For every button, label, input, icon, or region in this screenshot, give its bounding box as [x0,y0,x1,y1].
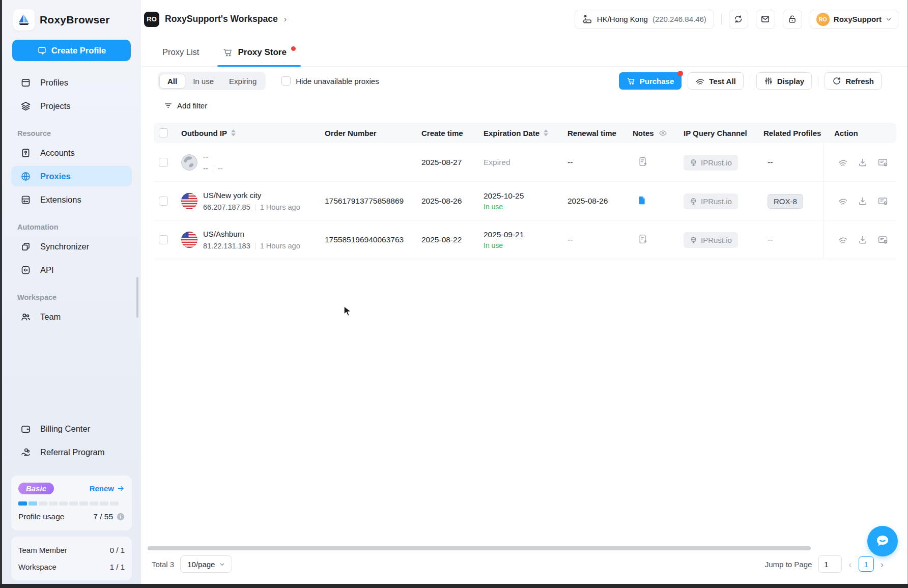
toolbar-buttons: Purchase Test All Display Refresh [619,72,882,90]
renew-card-icon[interactable] [877,196,888,207]
renew-card-icon[interactable] [877,157,888,168]
support-chat-button[interactable] [867,526,898,556]
hide-unavailable-checkbox[interactable] [281,76,291,86]
renew-link[interactable]: Renew [90,484,125,493]
sidebar-item-profiles[interactable]: Profiles [11,72,132,93]
sidebar-item-api[interactable]: API [11,260,132,280]
outbound-ip-cell: -- -- -- [173,152,325,173]
download-icon[interactable] [858,196,868,206]
sidebar-item-accounts[interactable]: Accounts [11,143,132,163]
order-number-cell: 175617913775858869 [325,197,421,206]
hide-unavailable-wrap: Hide unavailable proxies [281,76,379,86]
globe-icon [20,171,31,182]
limits-card: Team Member 0 / 1 Workspace 1 / 1 [11,537,132,580]
download-icon[interactable] [858,235,868,245]
horizontal-scrollbar-thumb[interactable] [148,546,811,550]
sidebar-item-label: API [40,265,54,275]
filter-all[interactable]: All [159,74,185,89]
add-filter-button[interactable]: Add filter [141,98,207,113]
lock-button[interactable] [783,10,802,29]
plan-card: Basic Renew Profile usage 7 / 55 [11,475,132,530]
arrow-right-icon [117,485,125,492]
sidebar-item-label: Projects [40,101,71,111]
sidebar-item-team[interactable]: Team [11,306,132,327]
sidebar-item-extensions[interactable]: Extensions [11,189,132,210]
related-profile-chip[interactable]: ROX-8 [768,194,803,209]
account-menu-button[interactable]: RO RoxySupport [810,10,898,29]
page-next-icon[interactable]: › [881,559,884,569]
download-icon[interactable] [858,157,868,167]
row-checkbox[interactable] [159,197,168,206]
sidebar-item-projects[interactable]: Projects [11,96,132,116]
column-expiration-date[interactable]: Expiration Date [484,129,568,137]
us-flag-icon [181,232,197,248]
test-proxy-icon[interactable] [838,196,848,206]
sidebar-item-synchronizer[interactable]: Synchronizer [11,236,132,257]
workspace-name[interactable]: RoxySupport's Workspace [165,14,278,24]
header-divider [721,14,722,25]
filter-in-use[interactable]: In use [185,74,221,88]
purchase-button[interactable]: Purchase [619,72,682,90]
ip-query-channel-chip[interactable]: IPRust.io [684,155,738,171]
test-proxy-icon[interactable] [838,157,848,167]
test-proxy-icon[interactable] [838,235,848,245]
workspace-chevron-icon[interactable]: › [284,15,287,24]
pagination-bar: Total 3 10/page Jump to Page ‹ 1 › [141,553,907,575]
renew-card-icon[interactable] [877,235,888,245]
row-checkbox[interactable] [159,158,168,167]
create-profile-button[interactable]: Create Profile [12,40,131,61]
messages-button[interactable] [756,10,775,29]
sort-icon[interactable] [544,129,548,136]
page-prev-icon[interactable]: ‹ [848,559,852,569]
globe-icon [690,159,697,166]
display-label: Display [777,77,804,86]
table-row: US/Ashburn 81.22.131.183 1 Hours ago 175… [154,220,896,259]
globe-icon [690,198,697,205]
column-related-profiles: Related Profiles [763,129,823,137]
network-status-button[interactable]: HK/Hong Kong (220.246.84.46) [575,10,714,29]
add-note-icon[interactable] [637,234,648,244]
sidebar-item-proxies[interactable]: Proxies [11,166,132,186]
extension-icon [20,194,31,205]
jump-to-page-input[interactable] [818,555,842,573]
tab-proxy-store[interactable]: Proxy Store [222,38,295,66]
add-note-icon[interactable] [637,156,648,167]
refresh-button[interactable]: Refresh [825,72,882,90]
ip-query-channel-chip[interactable]: IPRust.io [684,232,738,248]
filter-icon [164,101,173,110]
test-all-button[interactable]: Test All [688,72,744,90]
filter-segmented-control: All In use Expiring [158,72,266,90]
select-all-checkbox[interactable] [159,128,168,137]
sidebar-item-referral-program[interactable]: Referral Program [11,442,132,462]
note-document-icon[interactable] [637,195,647,205]
row-checkbox[interactable] [159,235,168,244]
display-button[interactable]: Display [756,72,812,90]
sidebar-scrollbar-thumb[interactable] [136,277,138,318]
page-size-select[interactable]: 10/page [180,555,232,573]
brand-name: RoxyBrowser [40,14,110,26]
ip-query-channel-chip[interactable]: IPRust.io [684,193,738,209]
workspace-badge[interactable]: RO [144,12,159,27]
ip-query-channel-cell: IPRust.io [684,155,763,171]
sort-icon[interactable] [231,129,236,136]
proxy-tabs: Proxy List Proxy Store [141,38,907,67]
expiration-value: 2025-09-21 [484,230,524,239]
sync-button[interactable] [729,10,748,29]
filter-expiring[interactable]: Expiring [221,74,264,88]
related-profiles-cell: -- [768,158,823,167]
tab-proxy-list[interactable]: Proxy List [162,38,199,66]
account-avatar: RO [816,13,830,26]
account-name: RoxySupport [834,15,882,23]
profile-usage-label: Profile usage [18,512,64,521]
tab-label: Proxy Store [238,47,286,58]
team-member-label: Team Member [18,546,67,554]
sidebar-item-billing-center[interactable]: Billing Center [11,418,132,439]
column-outbound-ip[interactable]: Outbound IP [173,129,325,137]
notes-cell [633,156,684,169]
info-icon[interactable] [117,513,125,521]
network-location: HK/Hong Kong [597,15,648,23]
notes-cell [633,234,684,246]
speed-test-icon [695,76,705,86]
eye-icon[interactable] [659,129,667,137]
current-page-button[interactable]: 1 [859,556,874,572]
